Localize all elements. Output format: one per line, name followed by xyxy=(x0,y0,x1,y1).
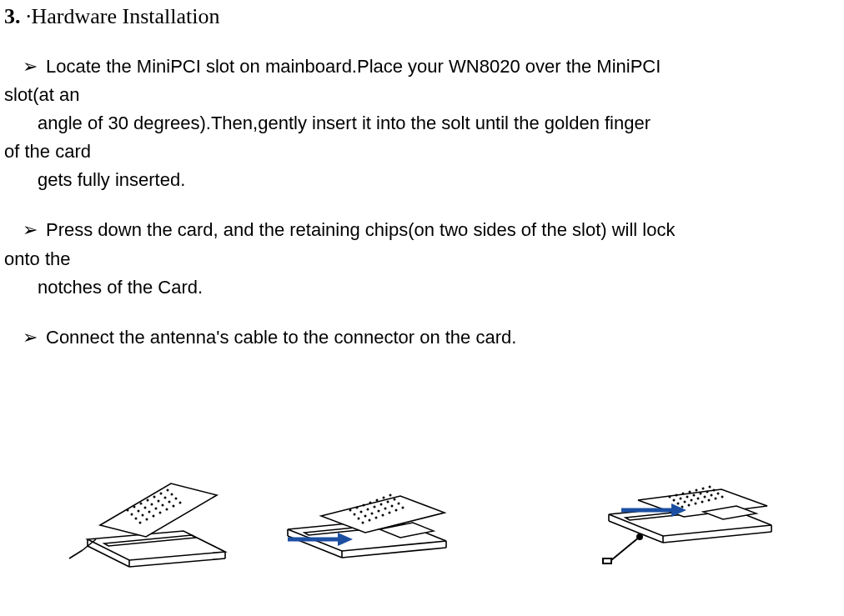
svg-point-28 xyxy=(175,497,178,499)
svg-point-114 xyxy=(637,534,642,539)
svg-point-47 xyxy=(356,506,359,508)
svg-point-61 xyxy=(364,514,367,517)
svg-point-18 xyxy=(151,503,153,505)
card-press-svg xyxy=(263,464,455,568)
svg-point-50 xyxy=(376,498,379,501)
svg-point-102 xyxy=(697,497,700,499)
svg-point-31 xyxy=(153,514,155,517)
svg-point-66 xyxy=(398,502,400,504)
bullet-2: ➢Press down the card, and the retaining … xyxy=(4,216,844,301)
bullet-1-text-1a: Locate the MiniPCI slot on mainboard.Pla… xyxy=(46,56,661,77)
svg-point-100 xyxy=(684,500,686,503)
svg-point-52 xyxy=(389,493,392,496)
diagram-insert-angle xyxy=(63,460,229,568)
svg-rect-115 xyxy=(603,558,611,563)
svg-point-57 xyxy=(380,503,383,505)
svg-line-82 xyxy=(663,532,771,543)
svg-point-32 xyxy=(159,511,162,513)
bullet-1-text-3: gets fully inserted. xyxy=(4,166,844,194)
svg-point-23 xyxy=(142,513,144,516)
svg-point-112 xyxy=(721,495,724,498)
svg-point-93 xyxy=(680,497,682,499)
svg-line-37 xyxy=(69,550,83,558)
bullet-2-text-1b: onto the xyxy=(4,245,844,273)
svg-point-95 xyxy=(693,493,696,496)
svg-point-86 xyxy=(676,493,678,496)
svg-point-19 xyxy=(158,499,160,502)
svg-point-51 xyxy=(383,496,385,498)
svg-point-88 xyxy=(689,490,691,493)
bullet-1-text-2a: angle of 30 degrees).Then,gently insert … xyxy=(4,109,844,138)
svg-marker-76 xyxy=(338,533,353,546)
bullet-marker-icon: ➢ xyxy=(28,216,46,244)
svg-point-101 xyxy=(691,498,693,501)
svg-point-48 xyxy=(363,503,365,506)
svg-point-69 xyxy=(375,516,378,518)
svg-point-29 xyxy=(139,521,142,523)
svg-point-106 xyxy=(681,505,684,508)
svg-point-46 xyxy=(349,508,352,511)
svg-point-96 xyxy=(700,492,702,494)
svg-point-98 xyxy=(713,488,716,491)
svg-point-58 xyxy=(387,500,389,503)
svg-point-30 xyxy=(146,518,148,520)
svg-point-92 xyxy=(673,498,676,501)
svg-point-85 xyxy=(669,495,671,498)
heading-number: 3. xyxy=(4,4,21,28)
svg-point-35 xyxy=(179,501,182,503)
svg-marker-7 xyxy=(100,483,217,537)
svg-point-17 xyxy=(144,506,147,508)
heading-title: Hardware Installation xyxy=(32,4,220,28)
svg-point-108 xyxy=(695,502,697,504)
svg-point-12 xyxy=(153,495,156,498)
svg-point-67 xyxy=(362,521,364,523)
svg-point-25 xyxy=(155,507,158,509)
svg-point-90 xyxy=(702,487,705,489)
svg-point-8 xyxy=(127,508,129,511)
svg-point-94 xyxy=(686,495,689,498)
svg-point-89 xyxy=(696,488,698,491)
svg-point-71 xyxy=(389,511,391,513)
bullet-2-text-2: notches of the Card. xyxy=(4,273,844,302)
svg-point-105 xyxy=(717,492,720,494)
bullet-2-text-1a: Press down the card, and the retaining c… xyxy=(46,219,676,240)
svg-point-54 xyxy=(360,510,363,513)
svg-point-33 xyxy=(166,508,168,510)
bullet-marker-icon: ➢ xyxy=(28,53,46,81)
bullet-marker-icon: ➢ xyxy=(28,323,46,352)
svg-point-22 xyxy=(135,517,138,519)
svg-point-97 xyxy=(706,490,709,493)
card-antenna-svg xyxy=(571,452,780,568)
svg-point-70 xyxy=(382,513,384,516)
svg-point-63 xyxy=(378,509,380,512)
svg-point-16 xyxy=(138,509,140,512)
bullet-1-line1: ➢Locate the MiniPCI slot on mainboard.Pl… xyxy=(4,56,661,77)
svg-line-5 xyxy=(129,558,225,567)
svg-point-99 xyxy=(677,502,680,504)
svg-point-49 xyxy=(369,501,372,503)
svg-point-11 xyxy=(147,498,149,501)
svg-point-10 xyxy=(140,502,143,504)
svg-point-68 xyxy=(369,518,371,521)
svg-point-72 xyxy=(395,508,398,511)
card-insert-svg xyxy=(63,460,229,568)
svg-point-73 xyxy=(402,506,404,508)
svg-point-65 xyxy=(391,504,394,507)
bullet-1-text-2b: of the card xyxy=(4,138,844,166)
diagram-press-down xyxy=(263,464,455,568)
svg-point-53 xyxy=(354,513,356,515)
svg-point-103 xyxy=(704,495,706,498)
svg-point-104 xyxy=(711,493,713,496)
svg-point-60 xyxy=(358,517,360,519)
svg-point-64 xyxy=(384,507,387,509)
bullet-3: ➢Connect the antenna's cable to the conn… xyxy=(4,323,844,352)
svg-point-107 xyxy=(688,503,691,506)
bullet-3-line1: ➢Connect the antenna's cable to the conn… xyxy=(4,327,516,348)
bullet-2-line1: ➢Press down the card, and the retaining … xyxy=(4,219,676,240)
svg-point-14 xyxy=(167,488,169,491)
bullet-1-text-1b: slot(at an xyxy=(4,81,844,109)
svg-point-20 xyxy=(164,496,167,498)
svg-point-13 xyxy=(160,492,163,494)
svg-point-87 xyxy=(682,492,685,494)
svg-point-56 xyxy=(374,505,376,508)
